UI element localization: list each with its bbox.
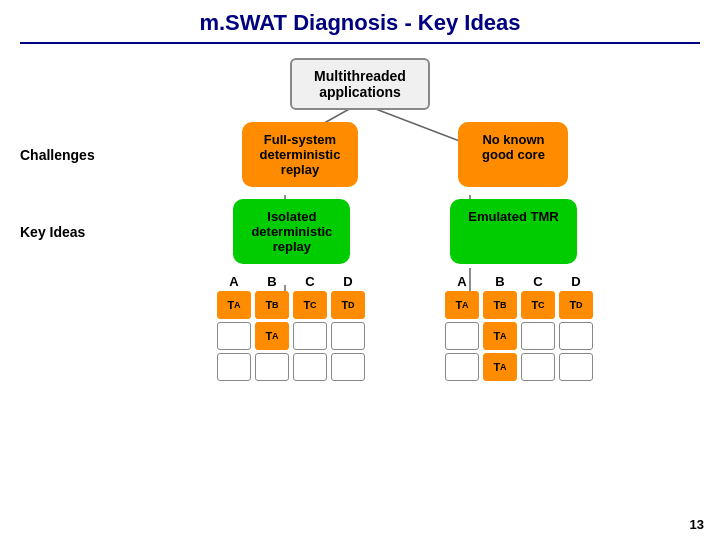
right-col-d: D: [559, 274, 593, 289]
right-tb1: TB: [483, 291, 517, 319]
right-col-a: A: [445, 274, 479, 289]
right-e33: [521, 353, 555, 381]
left-tb1: TB: [255, 291, 289, 319]
isolated-box: Isolated deterministic replay: [233, 199, 350, 264]
multithreaded-box: Multithreaded applications: [290, 58, 430, 110]
grids-section: A B C D TA TB TC TD: [20, 274, 700, 384]
right-e24: [559, 322, 593, 350]
right-tc1: TC: [521, 291, 555, 319]
right-ta2: TA: [483, 322, 517, 350]
page-number: 13: [690, 517, 704, 532]
table-row: TA: [217, 322, 365, 350]
right-ta1: TA: [445, 291, 479, 319]
keyideas-row: Key Ideas Isolated deterministic replay …: [20, 199, 700, 264]
left-e23: [293, 322, 327, 350]
left-e31: [217, 353, 251, 381]
right-e21: [445, 322, 479, 350]
table-row: TA TB TC TD: [217, 291, 365, 319]
right-td1: TD: [559, 291, 593, 319]
right-grid: A B C D TA TB TC TD: [445, 274, 593, 384]
left-td1: TD: [331, 291, 365, 319]
left-col-b: B: [255, 274, 289, 289]
left-e34: [331, 353, 365, 381]
page-title: m.SWAT Diagnosis - Key Ideas: [20, 10, 700, 44]
left-col-a: A: [217, 274, 251, 289]
table-row: TA TB TC TD: [445, 291, 593, 319]
left-ta1: TA: [217, 291, 251, 319]
emulated-tmr-box: Emulated TMR: [450, 199, 576, 264]
left-grid: A B C D TA TB TC TD: [217, 274, 365, 384]
table-row: TA: [445, 353, 593, 381]
challenges-label: Challenges: [20, 147, 110, 163]
left-e32: [255, 353, 289, 381]
left-ta2: TA: [255, 322, 289, 350]
full-system-box: Full-system deterministic replay: [242, 122, 359, 187]
page: m.SWAT Diagnosis - Key Ideas Multithread…: [0, 0, 720, 540]
right-col-c: C: [521, 274, 555, 289]
diagram-container: Multithreaded applications Challenges Fu…: [20, 58, 700, 384]
right-e31: [445, 353, 479, 381]
left-e21: [217, 322, 251, 350]
right-e23: [521, 322, 555, 350]
keyideas-label: Key Ideas: [20, 224, 110, 240]
table-row: TA: [445, 322, 593, 350]
table-row: [217, 353, 365, 381]
left-e33: [293, 353, 327, 381]
left-col-c: C: [293, 274, 327, 289]
challenges-row: Challenges Full-system deterministic rep…: [20, 122, 700, 187]
left-col-d: D: [331, 274, 365, 289]
right-ta3: TA: [483, 353, 517, 381]
no-known-box: No known good core: [458, 122, 568, 187]
left-e24: [331, 322, 365, 350]
left-tc1: TC: [293, 291, 327, 319]
right-col-b: B: [483, 274, 517, 289]
right-e34: [559, 353, 593, 381]
